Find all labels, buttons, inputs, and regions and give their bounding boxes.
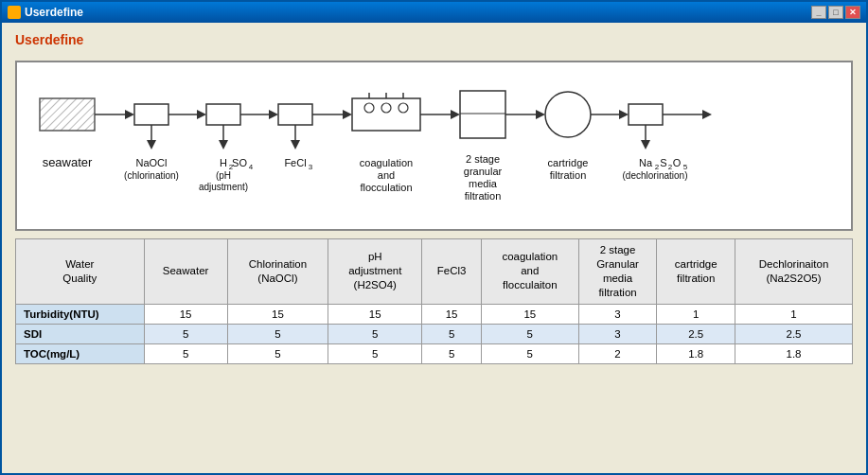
cell-turbidity-chlor: 15 <box>227 304 328 324</box>
svg-text:4: 4 <box>249 163 254 171</box>
content-area: Userdefine <box>2 23 866 473</box>
svg-text:adjustment): adjustment) <box>199 182 248 192</box>
col-header-2stage: 2 stageGranularmediafiltration <box>578 239 657 305</box>
col-header-dechlor: Dechlorinaiton(Na2S2O5) <box>735 239 853 305</box>
col-header-coag: coagulationandflocculaiton <box>481 239 578 305</box>
svg-text:O: O <box>673 157 682 168</box>
label-toc: TOC(mg/L) <box>16 343 145 363</box>
diagram-box: seawater NaOCl (chlorination) H 2 SO 4 (… <box>15 61 853 231</box>
cell-sdi-chlor: 5 <box>227 324 328 343</box>
col-header-ph: pHadjustment(H2SO4) <box>328 239 422 305</box>
cell-turbidity-dechlor: 1 <box>735 304 853 324</box>
cell-turbidity-cartridge: 1 <box>657 304 735 324</box>
cell-turbidity-seawater: 15 <box>144 304 227 324</box>
svg-text:FeCl: FeCl <box>284 157 306 168</box>
svg-text:flocculation: flocculation <box>360 182 412 193</box>
svg-text:(pH: (pH <box>216 170 231 181</box>
svg-text:(dechlorination): (dechlorination) <box>623 170 688 181</box>
svg-marker-6 <box>147 140 156 150</box>
svg-marker-13 <box>269 110 278 119</box>
svg-text:filtration: filtration <box>550 169 587 181</box>
restore-button[interactable]: □ <box>828 6 843 19</box>
svg-marker-16 <box>291 140 300 150</box>
svg-text:NaOCl: NaOCl <box>135 157 167 168</box>
svg-marker-8 <box>197 110 206 119</box>
col-header-seawater: Seawater <box>144 239 227 305</box>
svg-text:and: and <box>378 169 395 181</box>
svg-text:Na: Na <box>639 157 653 168</box>
svg-text:cartridge: cartridge <box>548 157 589 168</box>
cell-toc-seawater: 5 <box>144 343 227 363</box>
svg-marker-39 <box>702 110 712 119</box>
svg-text:S: S <box>660 157 666 168</box>
svg-text:3: 3 <box>309 163 313 171</box>
title-bar-left: Userdefine <box>8 6 83 19</box>
cell-toc-cartridge: 1.8 <box>657 343 735 363</box>
svg-text:(chlorination): (chlorination) <box>124 170 179 181</box>
col-header-fecl3: FeCl3 <box>422 239 482 305</box>
svg-marker-3 <box>125 110 134 119</box>
svg-marker-34 <box>619 110 629 119</box>
svg-marker-31 <box>536 110 545 119</box>
cell-sdi-coag: 5 <box>481 324 578 343</box>
label-sdi: SDI <box>16 324 145 343</box>
svg-rect-4 <box>134 104 168 125</box>
data-table: WaterQuality Seawater Chlorination(NaOCl… <box>15 238 853 364</box>
col-header-chlorination: Chlorination(NaOCl) <box>227 239 328 305</box>
cell-sdi-dechlor: 2.5 <box>735 324 853 343</box>
cell-sdi-seawater: 5 <box>144 324 227 343</box>
svg-text:SO: SO <box>232 157 247 168</box>
label-turbidity: Turbidity(NTU) <box>16 304 145 324</box>
app-icon <box>8 6 21 19</box>
cell-toc-chlor: 5 <box>227 343 328 363</box>
cell-toc-coag: 5 <box>481 343 578 363</box>
cell-turbidity-2stage: 3 <box>578 304 657 324</box>
window-title: Userdefine <box>25 6 83 19</box>
svg-text:H: H <box>220 157 227 168</box>
svg-text:filtration: filtration <box>465 190 502 202</box>
svg-text:coagulation: coagulation <box>360 157 413 168</box>
cell-turbidity-fecl3: 15 <box>422 304 482 324</box>
section-title: Userdefine <box>15 32 853 47</box>
cell-toc-dechlor: 1.8 <box>735 343 853 363</box>
table-row-turbidity: Turbidity(NTU) 15 15 15 15 15 3 1 1 <box>16 304 853 324</box>
cell-turbidity-coag: 15 <box>481 304 578 324</box>
svg-marker-18 <box>343 110 352 119</box>
title-controls[interactable]: _ □ ✕ <box>811 6 860 19</box>
flow-diagram: seawater NaOCl (chlorination) H 2 SO 4 (… <box>30 72 854 219</box>
svg-marker-11 <box>219 140 228 150</box>
col-header-cartridge: cartridgefiltration <box>657 239 735 305</box>
col-header-quality: WaterQuality <box>16 239 145 305</box>
cell-sdi-fecl3: 5 <box>422 324 482 343</box>
cell-toc-fecl3: 5 <box>422 343 482 363</box>
table-row-toc: TOC(mg/L) 5 5 5 5 5 2 1.8 1.8 <box>16 343 853 363</box>
svg-rect-14 <box>278 104 312 125</box>
svg-marker-27 <box>451 110 460 119</box>
svg-text:granular: granular <box>464 166 503 177</box>
main-window: Userdefine _ □ ✕ Userdefine <box>0 0 868 475</box>
svg-point-32 <box>545 92 591 137</box>
title-bar: Userdefine _ □ ✕ <box>2 2 866 23</box>
cell-turbidity-ph: 15 <box>328 304 422 324</box>
cell-sdi-ph: 5 <box>328 324 422 343</box>
cell-toc-ph: 5 <box>328 343 422 363</box>
svg-text:seawater: seawater <box>43 155 93 169</box>
minimize-button[interactable]: _ <box>811 6 826 19</box>
svg-rect-9 <box>206 104 240 125</box>
svg-text:media: media <box>469 178 498 189</box>
svg-rect-1 <box>40 98 95 131</box>
svg-rect-28 <box>460 91 505 138</box>
cell-sdi-2stage: 3 <box>578 324 657 343</box>
table-row-sdi: SDI 5 5 5 5 5 3 2.5 2.5 <box>16 324 853 343</box>
svg-rect-35 <box>629 104 663 125</box>
svg-text:2 stage: 2 stage <box>466 153 500 165</box>
cell-sdi-cartridge: 2.5 <box>657 324 735 343</box>
svg-marker-37 <box>641 140 650 150</box>
cell-toc-2stage: 2 <box>578 343 657 363</box>
close-button[interactable]: ✕ <box>845 6 860 19</box>
